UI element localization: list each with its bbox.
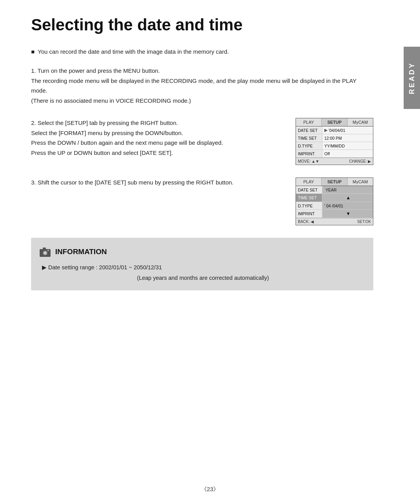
svg-rect-4 xyxy=(47,250,49,251)
camera-menu-2: PLAY SETUP MyCAM DATE SET YEAR TIME SET … xyxy=(296,177,373,225)
menu1-row-imprint: IMPRINT Off xyxy=(296,150,373,158)
info-item-1: ▶ Date setting range : 2002/01/01 ~ 2050… xyxy=(42,263,364,272)
step-1-text: 1. Turn on the power and press the MENU … xyxy=(31,66,373,105)
step-3-text: 3. Shift the cursor to the [DATE SET] su… xyxy=(31,177,280,188)
menu1-tab-mycam: MyCAM xyxy=(348,118,373,126)
step-2-text: 2. Select the [SETUP] tab by pressing th… xyxy=(31,118,280,158)
menu1-label-dtype: D.TYPE xyxy=(296,142,322,149)
menu2-tabs: PLAY SETUP MyCAM xyxy=(296,178,373,186)
menu2-row-timeset: TIME SET ▲ xyxy=(296,194,373,202)
menu2-row-dateset: DATE SET YEAR xyxy=(296,186,373,194)
menu2-value-dateset: YEAR xyxy=(322,186,373,193)
menu2-footer: BACK: ◀ SET:OK xyxy=(296,218,373,225)
info-text-2: (Leap years and months are corrected aut… xyxy=(137,275,269,281)
intro-text: You can record the date and time with th… xyxy=(38,48,229,55)
menu1-label-timeset: TIME SET xyxy=(296,134,322,142)
menu1-value-timeset: 12:00 PM xyxy=(322,134,373,142)
camera-icon xyxy=(39,246,51,258)
info-body: ▶ Date setting range : 2002/01/01 ~ 2050… xyxy=(39,263,364,283)
svg-rect-3 xyxy=(43,248,46,249)
menu2-label-timeset: TIME SET xyxy=(296,194,322,202)
menu1-footer: MOVE: ▲▼ CHANGE: ▶ xyxy=(296,158,373,165)
menu2-footer-left: BACK: ◀ xyxy=(298,220,314,224)
menu1-value-dateset: ▶ '04/04/01 xyxy=(322,126,373,134)
page-title: Selecting the date and time xyxy=(31,16,373,34)
menu1-value-dtype: YY/MM/DD xyxy=(322,142,373,149)
step-1: 1. Turn on the power and press the MENU … xyxy=(31,66,373,105)
intro-section: ■ You can record the date and time with … xyxy=(31,48,373,55)
info-item-2: (Leap years and months are corrected aut… xyxy=(42,273,364,283)
menu1-tab-setup: SETUP xyxy=(322,118,347,126)
menu2-value-timeset: ▲ xyxy=(322,194,373,202)
menu1-tabs: PLAY SETUP MyCAM xyxy=(296,118,373,126)
info-title-text: INFORMATION xyxy=(55,248,107,256)
menu1-footer-right: CHANGE: ▶ xyxy=(349,159,371,163)
step-2-text-block: 2. Select the [SETUP] tab by pressing th… xyxy=(31,118,280,158)
camera-menu-1: PLAY SETUP MyCAM DATE SET ▶ '04/04/01 TI… xyxy=(296,118,373,165)
ready-tab: READY xyxy=(404,47,420,109)
info-title: INFORMATION xyxy=(39,246,364,258)
menu2-tab-mycam: MyCAM xyxy=(348,178,373,186)
step-2-section: 2. Select the [SETUP] tab by pressing th… xyxy=(31,118,373,165)
menu2-value-dtype: ' 04 /04/01 xyxy=(322,202,373,209)
menu1-tab-play: PLAY xyxy=(296,118,322,126)
menu1-value-imprint: Off xyxy=(322,150,373,157)
menu2-label-imprint: IMPRINT xyxy=(296,210,322,218)
menu2-value-imprint: ▼ xyxy=(322,210,373,218)
menu2-tab-setup: SETUP xyxy=(322,178,347,186)
information-box: INFORMATION ▶ Date setting range : 2002/… xyxy=(31,238,373,290)
menu2-footer-right: SET:OK xyxy=(357,220,371,224)
menu2-label-dtype: D.TYPE xyxy=(296,202,322,209)
menu1-label-dateset: DATE SET xyxy=(296,126,322,134)
svg-point-2 xyxy=(44,251,47,255)
step-3-section: 3. Shift the cursor to the [DATE SET] su… xyxy=(31,177,373,225)
step-3-text-block: 3. Shift the cursor to the [DATE SET] su… xyxy=(31,177,280,188)
menu1-row-dtype: D.TYPE YY/MM/DD xyxy=(296,142,373,150)
menu1-label-imprint: IMPRINT xyxy=(296,150,322,157)
intro-bullet: ■ xyxy=(31,48,35,55)
menu2-row-dtype: D.TYPE ' 04 /04/01 xyxy=(296,202,373,210)
menu2-row-imprint: IMPRINT ▼ xyxy=(296,210,373,218)
menu1-footer-left: MOVE: ▲▼ xyxy=(298,159,319,163)
menu1-row-timeset: TIME SET 12:00 PM xyxy=(296,134,373,142)
page-number: 《23》 xyxy=(201,486,219,493)
info-text-1: ▶ Date setting range : 2002/01/01 ~ 2050… xyxy=(42,263,162,272)
menu1-row-dateset: DATE SET ▶ '04/04/01 xyxy=(296,126,373,134)
menu2-tab-play: PLAY xyxy=(296,178,322,186)
menu2-label-dateset: DATE SET xyxy=(296,186,322,193)
